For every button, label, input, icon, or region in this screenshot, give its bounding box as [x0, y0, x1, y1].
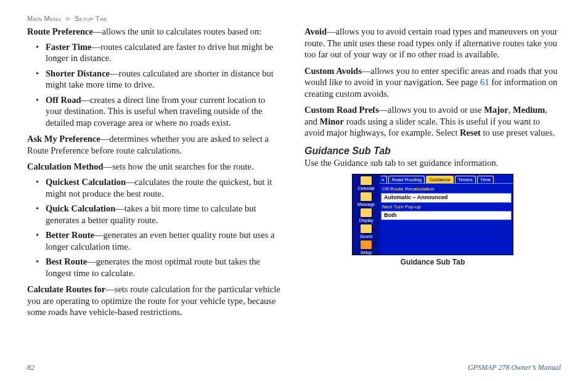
cm-item-quick: Quick Calculation—takes a bit more time … [27, 203, 284, 226]
rp-item-faster-time: Faster Time—routes calculated are faster… [27, 41, 284, 64]
device-screenshot-wrap: Celestial Message Display Sound Setup n … [304, 174, 561, 267]
crp-a: —allows you to avoid or use [379, 105, 484, 115]
setup-icon [360, 240, 372, 250]
breadcrumb-sep: > [66, 15, 70, 22]
rp-item-shorter-distance: Shorter Distance—routes calculated are s… [27, 68, 284, 91]
tab-timers: Timers [455, 176, 476, 183]
right-column: Avoid—allows you to avoid certain road t… [304, 26, 561, 323]
cm-item-best: Best Route—generates the most optimal ro… [27, 256, 284, 279]
custom-road-prefs-term: Custom Road Prefs [304, 105, 379, 115]
calc-method-desc: —sets how the unit searches for the rout… [104, 162, 254, 171]
sidebar-label: Display [359, 218, 374, 223]
custom-road-prefs-para: Custom Road Prefs—allows you to avoid or… [304, 104, 561, 139]
calc-method-list: Quickest Calculation—calculates the rout… [27, 176, 284, 279]
sidebar-item-sound: Sound [354, 224, 378, 239]
device-body: Off-Route Recalculation Automatic – Anno… [380, 183, 513, 255]
sidebar-label: Message [357, 202, 375, 207]
guidance-text: Use the Guidance sub tab to set guidance… [304, 157, 561, 169]
custom-avoids-para: Custom Avoids—allows you to enter specif… [304, 65, 561, 100]
sidebar-label: Celestial [358, 186, 375, 190]
rp-term: Shorter Distance [46, 68, 110, 78]
sound-icon [360, 224, 372, 234]
calc-method-para: Calculation Method—sets how the unit sea… [27, 161, 284, 173]
left-column: Route Preference—allows the unit to calc… [27, 26, 284, 323]
cm-item-quickest: Quickest Calculation—calculates the rout… [27, 176, 284, 199]
field-label-nextturn: Next Turn Pop-up [382, 204, 512, 210]
page-link-61[interactable]: 61 [480, 77, 489, 87]
cm-term: Better Route [46, 230, 94, 240]
calc-routes-for-para: Calculate Routes for—sets route calculat… [27, 284, 284, 318]
device-sidebar: Celestial Message Display Sound Setup [353, 174, 380, 255]
field-value-nextturn: Both [381, 211, 512, 221]
sidebar-item-celestial: Celestial [354, 176, 378, 190]
cm-term: Best Route [46, 256, 87, 266]
ask-preference-term: Ask My Preference [27, 134, 100, 144]
tab-fragment: n [381, 176, 387, 183]
crp-minor: Minor [320, 117, 344, 126]
sidebar-label: Setup [361, 250, 372, 255]
field-label-recalc: Off-Route Recalculation [382, 186, 512, 192]
custom-avoids-term: Custom Avoids [304, 66, 362, 76]
crp-c: to use preset values. [481, 128, 555, 137]
tab-road-routing: Road Routing [388, 176, 425, 183]
crp-major: Major [484, 105, 508, 115]
sidebar-item-setup: Setup [354, 240, 378, 255]
sidebar-item-message: Message [354, 192, 378, 207]
device-screenshot: Celestial Message Display Sound Setup n … [352, 174, 513, 255]
crp-c1: , [508, 105, 513, 115]
avoid-term: Avoid [304, 27, 327, 36]
sidebar-label: Sound [360, 234, 372, 239]
device-main: n Road Routing Guidance Timers Time Off-… [380, 174, 513, 255]
route-preference-desc: —allows the unit to calculates routes ba… [93, 27, 261, 36]
rp-item-off-road: Off Road—creates a direct line from your… [27, 94, 284, 129]
manual-page: Main Menu > Setup Tab Route Preference—a… [0, 0, 588, 381]
breadcrumb: Main Menu > Setup Tab [27, 15, 561, 22]
rp-term: Off Road [46, 95, 81, 105]
content-columns: Route Preference—allows the unit to calc… [27, 26, 561, 323]
cm-term: Quickest Calculation [46, 177, 126, 187]
avoid-para: Avoid—allows you to avoid certain road t… [304, 26, 561, 60]
route-preference-term: Route Preference [27, 27, 93, 36]
sidebar-item-display: Display [354, 208, 378, 223]
route-preference-para: Route Preference—allows the unit to calc… [27, 26, 284, 38]
cm-term: Quick Calculation [46, 203, 115, 213]
crp-reset: Reset [460, 128, 481, 137]
rp-term: Faster Time [46, 42, 92, 52]
page-number: 82 [27, 363, 35, 372]
message-icon [360, 192, 372, 202]
ask-preference-para: Ask My Preference—determines whether you… [27, 133, 284, 156]
device-tabs: n Road Routing Guidance Timers Time [380, 174, 513, 183]
display-icon [360, 208, 372, 218]
field-value-recalc: Automatic – Announced [381, 193, 512, 203]
tab-time: Time [477, 176, 494, 183]
breadcrumb-main: Main Menu [27, 15, 61, 22]
calc-method-term: Calculation Method [27, 162, 104, 171]
tab-guidance: Guidance [426, 176, 453, 183]
calc-routes-for-term: Calculate Routes for [27, 284, 105, 294]
route-preference-list: Faster Time—routes calculated are faster… [27, 41, 284, 129]
breadcrumb-setup: Setup Tab [75, 15, 107, 22]
avoid-desc: —allows you to avoid certain road types … [304, 27, 558, 59]
celestial-icon [360, 176, 372, 186]
manual-title: GPSMAP 278 Owner’s Manual [468, 363, 561, 372]
crp-medium: Medium [513, 105, 545, 115]
device-caption: Guidance Sub Tab [304, 258, 561, 267]
cm-item-better: Better Route—generates an even better qu… [27, 229, 284, 252]
guidance-subhead: Guidance Sub Tab [304, 145, 561, 157]
page-footer: 82 GPSMAP 278 Owner’s Manual [27, 363, 561, 372]
